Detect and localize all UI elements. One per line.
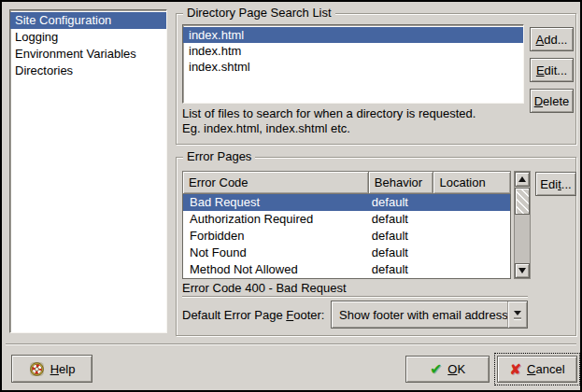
dialog-separator — [6, 343, 576, 344]
directory-list-description-line2: Eg. index.html, index.shtml etc. — [182, 121, 350, 135]
table-row[interactable]: Authorization Required default — [183, 211, 510, 228]
column-header-behavior[interactable]: Behavior — [368, 171, 434, 194]
arrow-down-icon[interactable] — [515, 263, 530, 278]
column-header-location[interactable]: Location — [433, 171, 511, 194]
separator — [182, 296, 528, 297]
cancel-button[interactable]: ✘ Cancel — [497, 356, 577, 383]
error-pages-frame-title: Error Pages — [183, 149, 255, 164]
column-header-error-code[interactable]: Error Code — [182, 171, 369, 194]
cross-icon: ✘ — [509, 362, 521, 376]
check-icon: ✔ — [430, 362, 442, 377]
directory-file-list: index.html index.htm index.shtml — [182, 24, 524, 104]
table-row[interactable]: Not Found default — [183, 245, 510, 261]
table-header-row: Error Code Behavior Location — [182, 171, 511, 194]
category-list: Site Configuration Logging Environment V… — [9, 9, 167, 333]
error-pages-table: Error Code Behavior Location Bad Request… — [182, 171, 511, 279]
sidebar-item-directories[interactable]: Directories — [10, 63, 166, 79]
footer-label: Default Error Page Footer: — [182, 308, 324, 322]
table-row[interactable]: Method Not Allowed default — [183, 261, 510, 278]
edit-button[interactable]: Edit... — [530, 58, 574, 82]
list-item-index-htm[interactable]: index.htm — [183, 43, 523, 59]
table-scrollbar[interactable] — [514, 171, 531, 279]
add-button[interactable]: Add... — [530, 27, 574, 51]
ok-button[interactable]: ✔ OK — [405, 356, 490, 383]
list-item-index-shtml[interactable]: index.shtml — [183, 59, 523, 75]
sidebar-item-site-configuration[interactable]: Site Configuration — [10, 12, 166, 29]
dropdown-selected-value: Show footer with email address — [332, 308, 507, 322]
table-row[interactable]: Bad Request default — [183, 194, 510, 211]
table-row[interactable]: Forbidden default — [183, 228, 510, 245]
site-configuration-dialog: Site Configuration Logging Environment V… — [0, 0, 582, 392]
directory-frame-title: Directory Page Search List — [183, 6, 335, 21]
sidebar-item-environment-variables[interactable]: Environment Variables — [10, 46, 166, 63]
sidebar-item-logging[interactable]: Logging — [10, 29, 166, 46]
arrow-up-icon[interactable] — [515, 172, 530, 187]
error-footer-dropdown[interactable]: Show footer with email address — [331, 301, 528, 329]
list-item-index-html[interactable]: index.html — [183, 27, 523, 43]
edit-error-page-button[interactable]: Edit... — [535, 172, 576, 196]
error-code-status: Error Code 400 - Bad Request — [182, 281, 347, 295]
delete-button[interactable]: Delete — [530, 89, 574, 113]
directory-list-description-line1: List of files to search for when a direc… — [182, 106, 476, 120]
scrollbar-thumb[interactable] — [515, 188, 530, 215]
dropdown-arrow-icon — [507, 301, 527, 328]
lifebuoy-icon — [29, 361, 45, 377]
help-button[interactable]: Help — [11, 355, 92, 383]
